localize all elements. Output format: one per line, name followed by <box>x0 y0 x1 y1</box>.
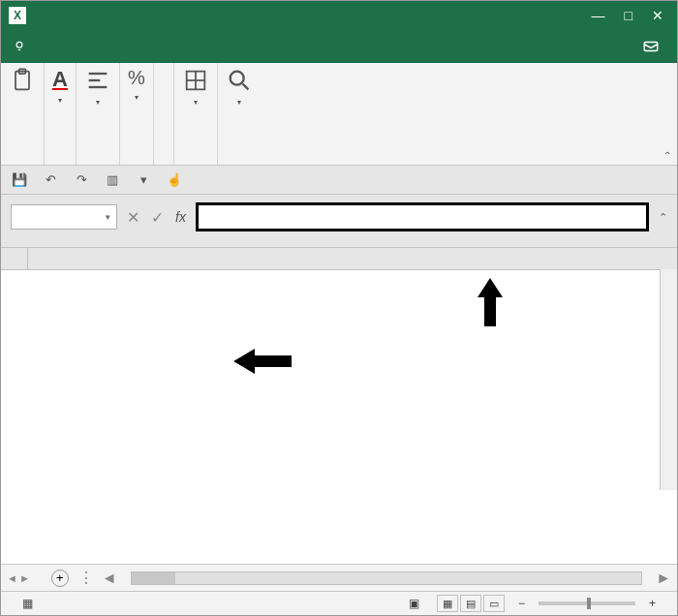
zoom-out-button[interactable]: − <box>518 597 525 610</box>
alignment-button[interactable]: ▾ <box>84 67 111 107</box>
ribbon: A ▾ ▾ % ▾ ▾ <box>1 63 677 166</box>
quick-access-toolbar: 💾 ↶ ↷ ▥ ▾ ☝ <box>1 166 677 195</box>
alignment-icon <box>84 67 111 94</box>
name-box[interactable]: ▾ <box>11 204 117 230</box>
lightbulb-icon <box>13 40 26 53</box>
font-button[interactable]: A ▾ <box>52 67 68 105</box>
number-button[interactable]: % ▾ <box>128 67 145 102</box>
add-sheet-button[interactable]: + <box>51 570 69 587</box>
qat-btn[interactable]: ▥ <box>102 170 123 190</box>
percent-icon: % <box>128 67 145 89</box>
save-button[interactable]: 💾 <box>9 170 30 190</box>
share-button[interactable] <box>631 30 671 63</box>
spreadsheet-grid[interactable] <box>1 248 677 490</box>
svg-marker-13 <box>478 278 503 326</box>
zoom-in-button[interactable]: + <box>649 597 656 610</box>
ribbon-group-styles <box>154 63 174 165</box>
maximize-button[interactable]: □ <box>625 8 632 23</box>
macro-record-icon[interactable]: ▦ <box>22 597 33 610</box>
tell-me[interactable] <box>13 30 32 63</box>
close-button[interactable]: ✕ <box>652 8 663 23</box>
find-icon <box>226 67 253 94</box>
hscroll-right[interactable]: ► <box>656 570 671 587</box>
cells-button[interactable]: ▾ <box>182 67 209 107</box>
display-settings-button[interactable]: ▣ <box>409 597 423 610</box>
cancel-formula-button[interactable]: ✕ <box>127 208 139 227</box>
font-color-icon: A <box>52 67 68 92</box>
ribbon-collapse-button[interactable]: ⌃ <box>663 150 671 161</box>
svg-marker-12 <box>233 349 292 374</box>
svg-line-11 <box>242 84 248 90</box>
ribbon-group-font: A ▾ <box>45 63 77 165</box>
expand-formula-bar-button[interactable]: ⌃ <box>659 211 667 224</box>
accept-formula-button[interactable]: ✓ <box>151 208 164 227</box>
qat-btn[interactable]: ▾ <box>133 170 154 190</box>
clipboard-icon <box>9 67 36 94</box>
svg-rect-1 <box>644 43 658 51</box>
formula-input[interactable] <box>196 202 649 231</box>
touch-mode-button[interactable]: ☝ <box>164 170 185 190</box>
normal-view-button[interactable]: ▦ <box>437 595 458 612</box>
ribbon-group-cells: ▾ <box>174 63 218 165</box>
vertical-scrollbar[interactable] <box>660 269 677 490</box>
ribbon-group-editing: ▾ <box>218 63 261 165</box>
minimize-button[interactable]: — <box>592 8 605 23</box>
menu-bar <box>1 30 677 63</box>
cells-icon <box>182 67 209 94</box>
undo-button[interactable]: ↶ <box>40 170 61 190</box>
page-break-view-button[interactable]: ▭ <box>483 595 505 612</box>
select-all-corner[interactable] <box>1 248 28 269</box>
svg-point-10 <box>230 72 243 85</box>
svg-point-0 <box>16 42 22 47</box>
zoom-slider[interactable] <box>539 601 635 605</box>
ribbon-group-alignment: ▾ <box>77 63 120 165</box>
fx-icon[interactable]: fx <box>175 209 186 225</box>
excel-logo-icon: X <box>9 7 26 24</box>
chevron-down-icon[interactable]: ▾ <box>106 212 110 222</box>
editing-button[interactable]: ▾ <box>226 67 253 107</box>
redo-button[interactable]: ↷ <box>71 170 92 190</box>
hint-arrow-icon <box>476 278 505 326</box>
sheet-nav-prev[interactable]: ◄ <box>7 572 17 584</box>
paste-button[interactable] <box>9 67 36 94</box>
ribbon-group-clipboard <box>1 63 45 165</box>
page-layout-view-button[interactable]: ▤ <box>460 595 481 612</box>
status-bar: ▦ ▣ ▦ ▤ ▭ − + <box>1 591 677 615</box>
hint-arrow-icon <box>233 347 292 376</box>
horizontal-scrollbar[interactable] <box>131 571 643 585</box>
ribbon-group-number: % ▾ <box>120 63 154 165</box>
sheet-tab-bar: ◄ ► + ⋮ ◄ ► <box>1 564 677 591</box>
hscroll-left[interactable]: ◄ <box>102 570 117 587</box>
formula-bar: ▾ ✕ ✓ fx ⌃ <box>1 195 677 248</box>
sheet-nav-next[interactable]: ► <box>19 572 30 584</box>
title-bar: X — □ ✕ <box>1 1 677 30</box>
